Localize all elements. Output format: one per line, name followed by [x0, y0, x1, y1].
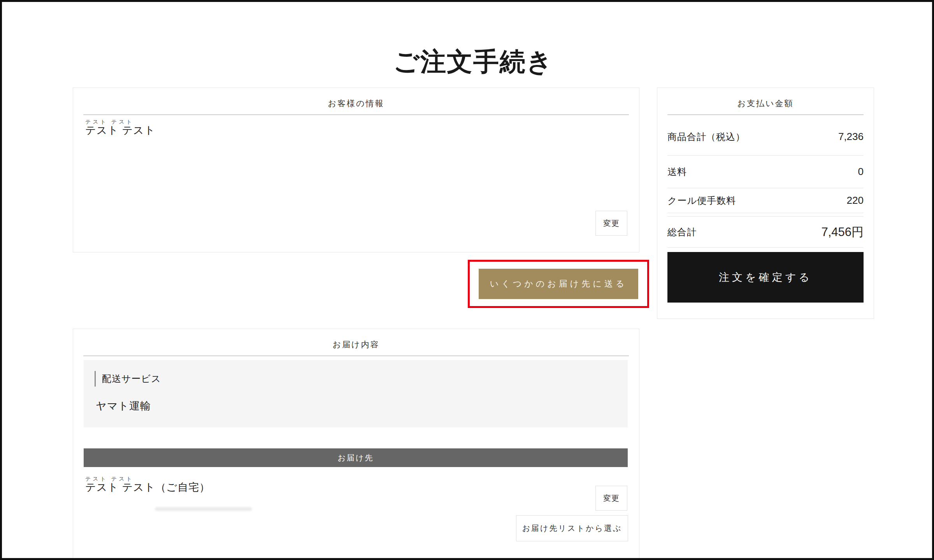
confirm-order-button[interactable]: 注文を確定する	[667, 252, 864, 303]
payment-row-total: 総合計 7,456円	[667, 217, 864, 248]
destination-furigana: テスト テスト	[85, 476, 210, 481]
shipping-value: 0	[858, 166, 864, 178]
change-destination-button[interactable]: 変更	[595, 486, 627, 511]
page-title: ご注文手続き	[0, 44, 934, 79]
send-to-multiple-addresses-button[interactable]: いくつかのお届け先に送る	[479, 269, 638, 299]
divider	[667, 213, 864, 217]
subtotal-value: 7,236	[838, 131, 864, 143]
choose-from-address-list-button[interactable]: お届け先リストから選ぶ	[516, 515, 628, 541]
destination-name-block: テスト テスト テスト テスト（ご自宅）	[85, 476, 210, 494]
cool-fee-value: 220	[847, 194, 864, 206]
customer-name: テスト テスト	[85, 124, 155, 136]
change-customer-button[interactable]: 変更	[595, 211, 627, 236]
header-divider	[83, 114, 629, 115]
delivery-service-label-row: 配送サービス	[95, 371, 161, 387]
subtotal-label: 商品合計（税込）	[667, 131, 745, 143]
delivery-panel-header: お届け内容	[73, 339, 639, 350]
delivery-service-label: 配送サービス	[102, 373, 161, 385]
customer-name-block: テスト テスト テスト テスト	[85, 119, 155, 136]
payment-rows: 商品合計（税込） 7,236 送料 0 クール便手数料 220 総合計 7,45…	[667, 115, 864, 248]
delivery-service-box: 配送サービス ヤマト運輸	[84, 360, 628, 427]
cool-fee-label: クール便手数料	[667, 194, 736, 207]
payment-row-shipping: 送料 0	[667, 156, 864, 188]
red-highlight-box: いくつかのお届け先に送る	[468, 260, 649, 308]
payment-summary-panel: お支払い金額 商品合計（税込） 7,236 送料 0 クール便手数料 220 総…	[657, 88, 874, 319]
delivery-service-value: ヤマト運輸	[96, 399, 151, 413]
header-divider	[83, 355, 629, 356]
shipping-label: 送料	[667, 166, 687, 178]
payment-row-cool-fee: クール便手数料 220	[667, 188, 864, 213]
destination-header-bar: お届け先	[84, 448, 628, 467]
delivery-contents-panel: お届け内容 配送サービス ヤマト運輸 お届け先 テスト テスト テスト テスト（…	[73, 329, 639, 560]
destination-name: テスト テスト（ご自宅）	[85, 481, 210, 494]
total-label: 総合計	[667, 226, 697, 238]
total-value: 7,456円	[821, 224, 864, 240]
customer-info-panel: お客様の情報 テスト テスト テスト テスト 変更	[73, 88, 639, 252]
customer-panel-header: お客様の情報	[73, 98, 639, 109]
payment-panel-header: お支払い金額	[657, 98, 874, 109]
customer-furigana: テスト テスト	[85, 119, 155, 124]
payment-row-subtotal: 商品合計（税込） 7,236	[667, 115, 864, 156]
accent-bar	[95, 371, 96, 387]
redacted-address-text	[155, 507, 252, 511]
